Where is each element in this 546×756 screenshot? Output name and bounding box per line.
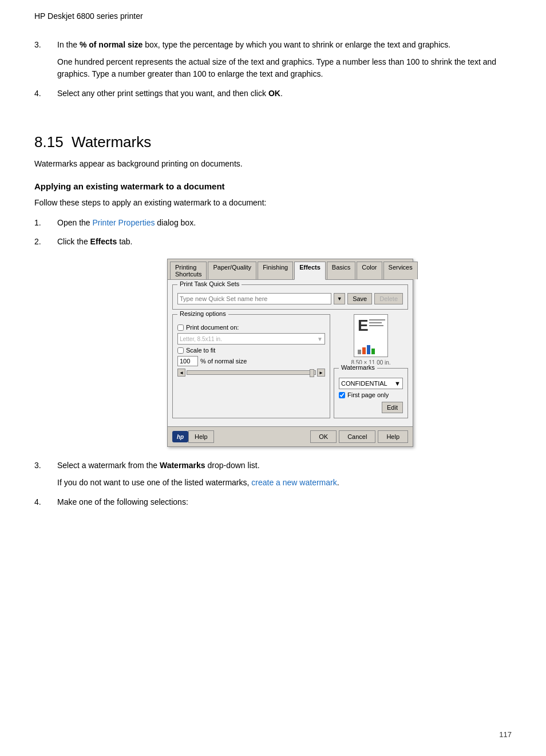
section-description: Watermarks appear as background printing…	[34, 158, 512, 170]
section-title: 8.15 Watermarks	[34, 133, 512, 151]
svg-rect-2	[367, 345, 370, 354]
step-number: 1.	[34, 217, 57, 229]
delete-button[interactable]: Delete	[374, 293, 403, 304]
slider-row: ◄ ►	[177, 369, 325, 377]
right-panel: E 8.50 ×	[334, 314, 408, 418]
steps-before-list: 3. In the % of normal size box, type the…	[34, 39, 512, 100]
quick-sets-title: Print Task Quick Sets	[177, 280, 242, 287]
resizing-content: Print document on: Letter, 8.5x11 in. ▼ …	[177, 324, 325, 377]
preview-letter: E	[358, 318, 369, 334]
letter-value: Letter, 8.5x11 in.	[180, 336, 222, 342]
bold-percent: % of normal size	[80, 40, 143, 49]
step-content: Make one of the following selections:	[57, 496, 512, 509]
header-text: HP Deskjet 6800 series printer	[34, 11, 143, 21]
preview-chart	[357, 343, 385, 354]
slider-right-btn[interactable]: ►	[317, 369, 325, 377]
left-panel: Resizing options Print document on: Lett…	[172, 314, 330, 418]
bold-ok: OK	[268, 89, 280, 98]
step-item: 3. In the % of normal size box, type the…	[34, 39, 512, 81]
print-doc-checkbox[interactable]	[177, 324, 184, 331]
create-new-watermark-link[interactable]: create a new watermark	[251, 478, 337, 487]
tab-color[interactable]: Color	[357, 262, 382, 279]
help-footer-button[interactable]: Help	[378, 430, 408, 443]
dialog-body: Print Task Quick Sets ▼ Save Delete Resi…	[168, 280, 413, 426]
steps-after-dialog: 3. Select a watermark from the Watermark…	[34, 460, 512, 508]
first-page-only-label: First page only	[347, 391, 389, 398]
scale-to-fit-row: Scale to fit	[177, 347, 325, 354]
scale-to-fit-label: Scale to fit	[186, 347, 215, 354]
watermarks-content: CONFIDENTIAL ▼ First page only Edit	[339, 378, 403, 413]
dropdown-arrow: ▼	[317, 336, 323, 342]
watermark-dropdown[interactable]: CONFIDENTIAL ▼	[339, 378, 403, 389]
dialog-wrapper: Printing Shortcuts Paper/Quality Finishi…	[69, 259, 512, 447]
svg-rect-0	[358, 350, 361, 354]
quick-set-dropdown-btn[interactable]: ▼	[334, 293, 345, 304]
slider-left-btn[interactable]: ◄	[177, 369, 185, 377]
step-number: 3.	[34, 460, 57, 489]
svg-rect-3	[371, 349, 375, 354]
tab-effects[interactable]: Effects	[294, 262, 326, 280]
dialog-main-row: Resizing options Print document on: Lett…	[172, 314, 408, 418]
bold-effects: Effects	[90, 237, 117, 246]
watermark-value: CONFIDENTIAL	[341, 380, 387, 387]
tab-basics[interactable]: Basics	[327, 262, 355, 279]
step-content: Click the Effects tab.	[57, 236, 512, 248]
svg-rect-1	[362, 347, 366, 354]
subsection-title: Applying an existing watermark to a docu…	[34, 181, 512, 191]
first-page-only-row: First page only	[339, 391, 403, 398]
step-content: In the % of normal size box, type the pe…	[57, 39, 512, 81]
quick-sets-group: Print Task Quick Sets ▼ Save Delete	[172, 284, 408, 310]
step-content: Select a watermark from the Watermarks d…	[57, 460, 512, 489]
footer-buttons: Help	[188, 430, 214, 443]
ok-cancel-buttons: OK Cancel Help	[310, 430, 408, 443]
edit-btn-row: Edit	[339, 402, 403, 413]
sub-paragraph: One hundred percent represents the actua…	[57, 56, 512, 81]
scale-row: % of normal size	[177, 356, 325, 366]
watermarks-group: Watermarks CONFIDENTIAL ▼ First page onl…	[334, 368, 408, 418]
tab-services[interactable]: Services	[383, 262, 418, 279]
steps-after-intro-list: 1. Open the Printer Properties dialog bo…	[34, 217, 512, 248]
help-right-button[interactable]: Help	[188, 430, 214, 443]
preview-line	[369, 325, 383, 326]
step-item-3: 3. Select a watermark from the Watermark…	[34, 460, 512, 489]
scale-to-fit-checkbox[interactable]	[177, 347, 184, 354]
scale-label: % of normal size	[200, 358, 247, 365]
step-number: 2.	[34, 236, 57, 248]
step-item-4: 4. Make one of the following selections:	[34, 496, 512, 509]
cancel-button[interactable]: Cancel	[339, 430, 375, 443]
quick-sets-row: ▼ Save Delete	[177, 293, 403, 304]
dialog-footer: hp Help OK Cancel Help	[168, 426, 413, 446]
page-number: 117	[499, 730, 512, 739]
preview-lines	[369, 319, 385, 326]
step-number: 3.	[34, 39, 57, 81]
ok-button[interactable]: OK	[310, 430, 337, 443]
print-doc-label: Print document on:	[186, 324, 239, 331]
tab-printing-shortcuts[interactable]: Printing Shortcuts	[170, 262, 207, 279]
slider-track[interactable]	[187, 370, 316, 375]
quick-set-input[interactable]	[177, 293, 331, 304]
slider-thumb	[310, 369, 314, 377]
edit-button[interactable]: Edit	[382, 402, 403, 413]
preview-image: E	[354, 314, 388, 357]
dialog-tabs: Printing Shortcuts Paper/Quality Finishi…	[168, 259, 413, 280]
preview-line	[369, 322, 382, 323]
step-content: Select any other print settings that you…	[57, 88, 512, 100]
letter-dropdown[interactable]: Letter, 8.5x11 in. ▼	[177, 333, 325, 345]
scale-input[interactable]	[177, 356, 198, 366]
printer-properties-link[interactable]: Printer Properties	[93, 218, 155, 227]
step-number: 4.	[34, 88, 57, 100]
step-item-1: 1. Open the Printer Properties dialog bo…	[34, 217, 512, 229]
tab-paper-quality[interactable]: Paper/Quality	[208, 262, 256, 279]
step-number: 4.	[34, 496, 57, 509]
tab-finishing[interactable]: Finishing	[258, 262, 293, 279]
first-page-only-checkbox[interactable]	[339, 392, 345, 398]
step-content: Open the Printer Properties dialog box.	[57, 217, 512, 229]
preview-line	[369, 319, 385, 320]
resizing-group: Resizing options Print document on: Lett…	[172, 314, 330, 418]
sub-paragraph: If you do not want to use one of the lis…	[57, 477, 512, 489]
step-item-2: 2. Click the Effects tab.	[34, 236, 512, 248]
dropdown-arrow-icon: ▼	[394, 380, 401, 387]
watermarks-title: Watermarks	[339, 364, 377, 371]
step-item: 4. Select any other print settings that …	[34, 88, 512, 100]
save-button[interactable]: Save	[347, 293, 372, 304]
